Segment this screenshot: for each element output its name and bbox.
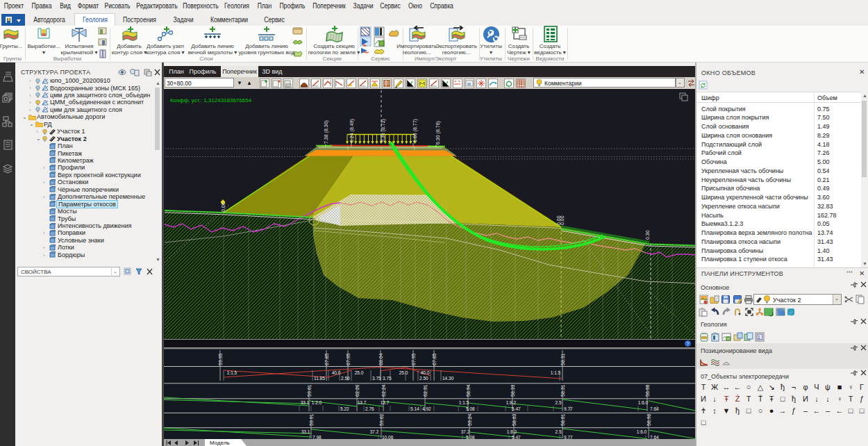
svg-text:м: м (467, 81, 471, 86)
svg-text:0.30: 0.30 (645, 230, 650, 240)
svg-text:11.85: 11.85 (314, 376, 325, 381)
svg-text:13.7: 13.7 (358, 400, 367, 405)
svg-text:4.92: 4.92 (422, 406, 431, 411)
svg-text:1:1.5: 1:1.5 (551, 370, 561, 375)
svg-text:1:2.0: 1:2.0 (312, 400, 322, 405)
svg-text:1:6.0: 1:6.0 (637, 429, 647, 434)
svg-text:1: 1 (758, 335, 760, 340)
svg-text:40.0: 40.0 (421, 370, 430, 375)
svg-text:1:1.5: 1:1.5 (459, 400, 469, 405)
svg-text:2.50: 2.50 (419, 376, 428, 381)
svg-text:37.2: 37.2 (461, 429, 470, 434)
svg-text:37.2: 37.2 (370, 429, 379, 434)
svg-text:0.00: 0.00 (221, 202, 226, 212)
svg-text:1:1.5: 1:1.5 (227, 370, 237, 375)
svg-text:0.00: 0.00 (560, 215, 565, 225)
svg-text:2.50: 2.50 (341, 376, 350, 381)
svg-text:33.1: 33.1 (301, 400, 310, 405)
svg-text:2.5: 2.5 (555, 400, 561, 405)
svg-text:5.14: 5.14 (410, 406, 419, 411)
svg-text:5.08: 5.08 (466, 406, 475, 411)
svg-text:5.30 (8.72): 5.30 (8.72) (381, 119, 386, 142)
svg-text:1:8.2: 1:8.2 (506, 400, 517, 405)
svg-text:1:8.2: 1:8.2 (507, 429, 517, 434)
svg-text:7.38 (8.30): 7.38 (8.30) (324, 120, 329, 144)
svg-text:Коэфф. уст.: 1,31243183676654: Коэфф. уст.: 1,31243183676654 (170, 97, 252, 104)
svg-text:25.0: 25.0 (399, 370, 408, 375)
svg-text:13.7: 13.7 (381, 400, 390, 405)
svg-text:25.0: 25.0 (355, 370, 364, 375)
svg-text:5.22: 5.22 (340, 406, 349, 411)
svg-text:14.30: 14.30 (442, 376, 454, 381)
svg-text:9.77: 9.77 (564, 406, 573, 411)
svg-text:5.47: 5.47 (512, 406, 521, 411)
svg-text:1:6.0: 1:6.0 (638, 400, 649, 405)
svg-text:6.24 (8.49): 6.24 (8.49) (349, 119, 355, 142)
svg-text:2.76: 2.76 (365, 406, 374, 411)
svg-text:5.66 (8.77): 5.66 (8.77) (412, 119, 418, 142)
svg-text:2.5: 2.5 (555, 429, 561, 434)
svg-text:33.1: 33.1 (301, 429, 310, 434)
svg-text:7.64: 7.64 (650, 406, 659, 411)
svg-text:3.75: 3.75 (372, 376, 381, 381)
svg-text:6.30 (8.76): 6.30 (8.76) (435, 121, 441, 144)
